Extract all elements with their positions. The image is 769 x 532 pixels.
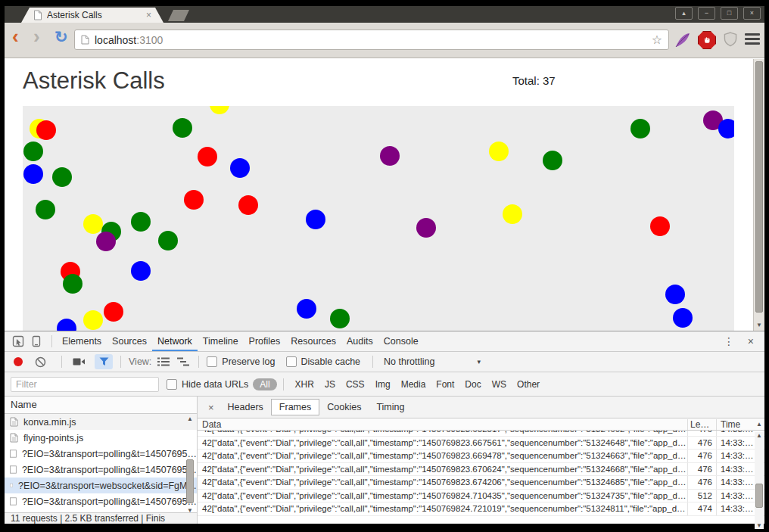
request-row[interactable]: ?EIO=3&transport=polling&t=14507695… — [5, 462, 197, 478]
detail-close-icon[interactable]: × — [208, 402, 214, 413]
frame-row[interactable]: 42["data",{"event":"Dial","privilege":"c… — [198, 490, 764, 503]
call-dot — [131, 212, 151, 232]
close-button[interactable]: × — [743, 7, 761, 20]
devtools-tab-console[interactable]: Console — [378, 331, 424, 351]
record-button[interactable] — [14, 357, 23, 366]
screenshot-camera-icon[interactable] — [73, 357, 86, 366]
request-row[interactable]: ?EIO=3&transport=polling&t=14507695… — [5, 446, 197, 462]
filter-type-img[interactable]: Img — [370, 379, 396, 390]
devtools-close-icon[interactable]: × — [748, 335, 754, 347]
view-list-icon[interactable] — [157, 357, 170, 366]
bookmark-star-icon[interactable]: ☆ — [652, 33, 662, 47]
scroll-up-arrow-icon[interactable]: ▲ — [185, 415, 195, 422]
filter-type-media[interactable]: Media — [396, 379, 431, 390]
frame-row[interactable]: 42["data",{"event":"Dial","privilege":"c… — [198, 431, 764, 437]
detail-tab-headers[interactable]: Headers — [220, 400, 271, 415]
time-column-header[interactable]: Time ▲ — [716, 419, 764, 430]
call-dot — [503, 204, 522, 224]
filter-type-ws[interactable]: WS — [487, 379, 512, 390]
throttling-select[interactable]: No throttling — [384, 356, 434, 367]
frame-row[interactable]: 42["data",{"event":"Dial","privilege":"c… — [198, 450, 764, 463]
stop-blocker-extension-icon[interactable] — [698, 31, 716, 49]
request-row[interactable]: konva.min.js — [5, 414, 197, 430]
frames-scrollbar-thumb[interactable] — [755, 484, 763, 508]
filter-type-font[interactable]: Font — [431, 379, 459, 390]
request-row[interactable]: flying-points.js — [5, 430, 197, 446]
scroll-down-arrow-icon[interactable]: ▼ — [755, 522, 764, 529]
filter-type-doc[interactable]: Doc — [459, 379, 486, 390]
throttling-dropdown-arrow-icon[interactable]: ▾ — [477, 358, 481, 366]
devtools-tab-audits[interactable]: Audits — [341, 331, 378, 351]
devtools-tab-resources[interactable]: Resources — [285, 331, 341, 351]
browser-menu-icon[interactable] — [745, 33, 760, 45]
window-controls: ▴−□× — [675, 7, 761, 20]
inspect-element-icon[interactable] — [12, 335, 24, 347]
name-column-header[interactable]: Name — [5, 397, 197, 414]
frame-length: 476 — [687, 437, 716, 450]
frame-row[interactable]: 42["data",{"event":"Dial","privilege":"c… — [198, 502, 764, 516]
filter-type-xhr[interactable]: XHR — [290, 379, 319, 390]
back-button[interactable]: ‹ — [12, 25, 19, 48]
restore-button[interactable]: ▴ — [675, 7, 693, 20]
tab-close-icon[interactable]: × — [146, 11, 151, 20]
filter-type-css[interactable]: CSS — [341, 379, 370, 390]
length-column-header[interactable]: Le… — [687, 419, 716, 430]
request-list: konva.min.jsflying-points.js?EIO=3&trans… — [5, 414, 197, 509]
scroll-up-arrow-icon[interactable]: ▲ — [755, 432, 764, 439]
filter-type-all[interactable]: All — [253, 378, 276, 390]
request-row[interactable]: ?EIO=3&transport=polling&t=14507695… — [5, 493, 197, 509]
browser-toolbar: ‹ › ↻ localhost:3100 ☆ — [5, 23, 764, 58]
url-text[interactable]: localhost:3100 — [95, 34, 652, 46]
devtools-tab-profiles[interactable]: Profiles — [244, 331, 286, 351]
detail-tab-timing[interactable]: Timing — [369, 400, 412, 415]
filter-type-js[interactable]: JS — [319, 379, 341, 390]
page-scrollbar[interactable]: ▼ — [753, 59, 764, 331]
detail-tab-frames[interactable]: Frames — [271, 399, 319, 415]
page-scrollbar-thumb[interactable] — [755, 61, 763, 313]
devtools-panel: ElementsSourcesNetworkTimelineProfilesRe… — [5, 331, 764, 524]
document-file-icon — [10, 496, 17, 506]
request-row[interactable]: ?EIO=3&transport=websocket&sid=FgM… — [5, 478, 197, 493]
forward-button[interactable]: › — [33, 25, 40, 48]
call-dot — [718, 119, 734, 138]
device-toolbar-icon[interactable] — [32, 335, 41, 347]
disable-cache-checkbox[interactable] — [286, 356, 297, 367]
devtools-tab-elements[interactable]: Elements — [57, 331, 107, 351]
browser-tab[interactable]: Asterisk Calls × — [21, 8, 163, 23]
preserve-log-checkbox[interactable] — [207, 356, 217, 367]
frame-row[interactable]: 42["data",{"event":"Dial","privilege":"c… — [198, 476, 764, 490]
reload-button[interactable]: ↻ — [54, 28, 68, 46]
maximize-button[interactable]: □ — [721, 7, 738, 20]
frames-table-header: Data Le… Time ▲ — [198, 418, 764, 431]
minimize-button[interactable]: − — [698, 7, 715, 20]
filter-toggle-button[interactable] — [95, 354, 113, 369]
devtools-tab-timeline[interactable]: Timeline — [198, 331, 244, 351]
devtools-tab-sources[interactable]: Sources — [107, 331, 152, 351]
view-waterfall-icon[interactable] — [177, 357, 189, 366]
call-dot — [36, 200, 55, 219]
call-dot — [158, 231, 178, 250]
filter-input[interactable] — [11, 377, 159, 392]
requests-scrollbar-thumb[interactable] — [186, 459, 194, 503]
shield-extension-icon[interactable] — [722, 31, 740, 49]
divider — [120, 356, 121, 368]
detail-tab-cookies[interactable]: Cookies — [319, 400, 369, 415]
data-column-header[interactable]: Data — [198, 419, 687, 430]
view-label: View: — [129, 356, 151, 367]
frame-row[interactable]: 42["data",{"event":"Dial","privilege":"c… — [198, 437, 764, 450]
call-dot — [650, 216, 670, 236]
devtools-menu-icon[interactable]: ⋮ — [724, 335, 734, 347]
address-bar[interactable]: localhost:3100 ☆ — [74, 30, 669, 50]
scroll-down-arrow-icon[interactable]: ▼ — [754, 321, 764, 331]
flying-points-canvas[interactable] — [23, 106, 734, 331]
requests-scrollbar[interactable]: ▲ ▼ — [185, 415, 195, 514]
hide-data-urls-checkbox[interactable] — [167, 379, 177, 390]
frames-scrollbar[interactable]: ▲ ▼ — [755, 432, 764, 529]
clear-icon[interactable] — [35, 356, 46, 368]
frame-row[interactable]: 42["data",{"event":"Dial","privilege":"c… — [198, 463, 764, 477]
new-tab-button[interactable] — [168, 10, 189, 21]
frame-length: 476 — [687, 476, 716, 489]
filter-type-other[interactable]: Other — [512, 379, 545, 390]
feather-extension-icon[interactable] — [674, 31, 692, 49]
devtools-tab-network[interactable]: Network — [152, 331, 198, 351]
